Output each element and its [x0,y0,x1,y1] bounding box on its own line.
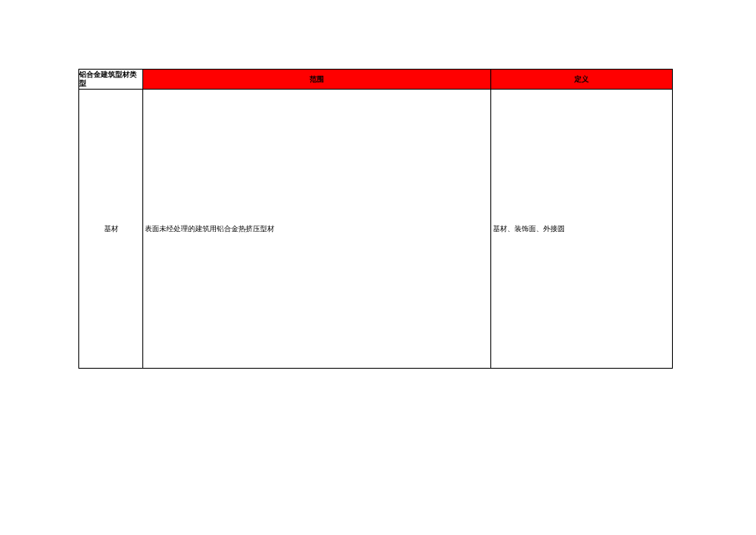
page-root: 铝合金建筑型材类型 范围 定义 基材 表面未经处理的建筑用铝合金热挤压型材 基材… [0,0,756,535]
header-scope: 范围 [143,70,491,90]
profile-table: 铝合金建筑型材类型 范围 定义 基材 表面未经处理的建筑用铝合金热挤压型材 基材… [78,69,673,369]
cell-scope: 表面未经处理的建筑用铝合金热挤压型材 [143,90,491,369]
header-definition: 定义 [491,70,673,90]
cell-type: 基材 [79,90,143,369]
header-type: 铝合金建筑型材类型 [79,70,143,90]
table-header-row: 铝合金建筑型材类型 范围 定义 [79,70,673,90]
table-row: 基材 表面未经处理的建筑用铝合金热挤压型材 基材、装饰面、外接圆 [79,90,673,369]
cell-definition: 基材、装饰面、外接圆 [491,90,673,369]
